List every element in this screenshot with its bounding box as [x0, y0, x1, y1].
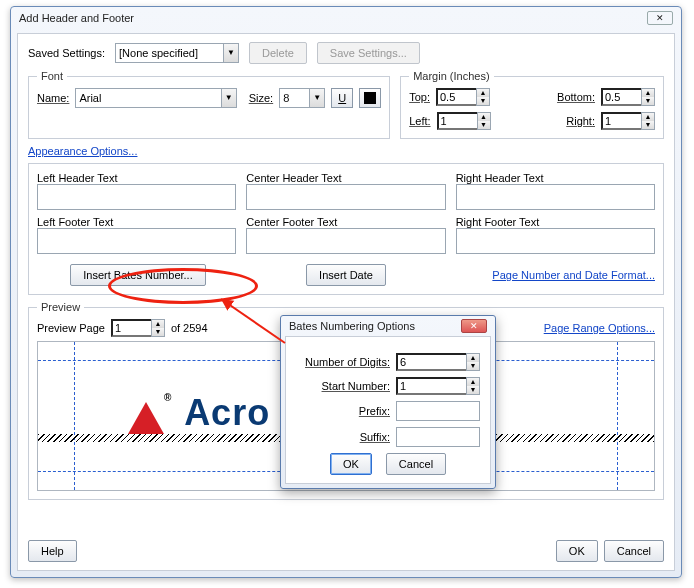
main-window: Add Header and Footer ✕ Saved Settings: … — [10, 6, 682, 578]
left-footer-label: Left Footer Text — [37, 216, 236, 228]
font-name-combo[interactable]: ▼ — [75, 88, 236, 108]
preview-legend: Preview — [37, 301, 84, 313]
prefix-label: Prefix: — [359, 405, 390, 417]
start-label: Start Number: — [322, 380, 390, 392]
titlebar: Add Header and Footer ✕ — [11, 7, 681, 29]
margin-legend: Margin (Inches) — [409, 70, 493, 82]
center-footer-label: Center Footer Text — [246, 216, 445, 228]
modal-close-icon[interactable]: ✕ — [461, 319, 487, 333]
insert-bates-button[interactable]: Insert Bates Number... — [70, 264, 205, 286]
insert-date-button[interactable]: Insert Date — [306, 264, 386, 286]
modal-cancel-button[interactable]: Cancel — [386, 453, 446, 475]
chevron-down-icon[interactable]: ▼ — [223, 43, 239, 63]
saved-settings-value[interactable] — [115, 43, 223, 63]
margin-top-label: Top: — [409, 91, 430, 103]
margin-left-spin[interactable]: ▲▼ — [437, 112, 491, 130]
suffix-label: Suffix: — [360, 431, 390, 443]
appearance-options-link[interactable]: Appearance Options... — [28, 145, 137, 157]
client-area: Saved Settings: ▼ Delete Save Settings..… — [17, 33, 675, 571]
page-format-link[interactable]: Page Number and Date Format... — [492, 269, 655, 281]
font-size-label: Size: — [249, 92, 273, 104]
chevron-down-icon[interactable]: ▼ — [221, 88, 237, 108]
text-fields-group: Left Header Text Center Header Text Righ… — [28, 163, 664, 295]
font-size-combo[interactable]: ▼ — [279, 88, 325, 108]
delete-button[interactable]: Delete — [249, 42, 307, 64]
font-name-value[interactable] — [75, 88, 220, 108]
right-header-input[interactable] — [456, 184, 655, 210]
modal-title: Bates Numbering Options — [289, 320, 415, 332]
font-group: Font Name: ▼ Size: ▼ U — [28, 70, 390, 139]
left-footer-input[interactable] — [37, 228, 236, 254]
chevron-down-icon[interactable]: ▼ — [309, 88, 325, 108]
suffix-input[interactable] — [396, 427, 480, 447]
left-header-label: Left Header Text — [37, 172, 236, 184]
saved-settings-combo[interactable]: ▼ — [115, 43, 239, 63]
digits-label: Number of Digits: — [305, 356, 390, 368]
ok-button[interactable]: OK — [556, 540, 598, 562]
margin-left-label: Left: — [409, 115, 430, 127]
prefix-input[interactable] — [396, 401, 480, 421]
adobe-logo-icon — [128, 402, 164, 434]
page-range-link[interactable]: Page Range Options... — [544, 322, 655, 334]
saved-settings-label: Saved Settings: — [28, 47, 105, 59]
right-footer-input[interactable] — [456, 228, 655, 254]
margin-top-spin[interactable]: ▲▼ — [436, 88, 490, 106]
margin-right-label: Right: — [566, 115, 595, 127]
center-header-input[interactable] — [246, 184, 445, 210]
bates-options-dialog: Bates Numbering Options ✕ Number of Digi… — [280, 315, 496, 489]
underline-icon[interactable]: U — [331, 88, 353, 108]
center-footer-input[interactable] — [246, 228, 445, 254]
margin-bottom-label: Bottom: — [557, 91, 595, 103]
margin-group: Margin (Inches) Top: ▲▼ Bottom: ▲▼ Left:… — [400, 70, 664, 139]
font-size-value[interactable] — [279, 88, 309, 108]
window-title: Add Header and Footer — [19, 12, 134, 24]
right-footer-label: Right Footer Text — [456, 216, 655, 228]
preview-of-text: of 2594 — [171, 322, 208, 334]
margin-bottom-spin[interactable]: ▲▼ — [601, 88, 655, 106]
modal-ok-button[interactable]: OK — [330, 453, 372, 475]
digits-spin[interactable]: ▲▼ — [396, 353, 480, 371]
preview-page-spin[interactable]: ▲▼ — [111, 319, 165, 337]
font-name-label: Name: — [37, 92, 69, 104]
center-header-label: Center Header Text — [246, 172, 445, 184]
close-icon[interactable]: ✕ — [647, 11, 673, 25]
help-button[interactable]: Help — [28, 540, 77, 562]
margin-right-spin[interactable]: ▲▼ — [601, 112, 655, 130]
font-legend: Font — [37, 70, 67, 82]
right-header-label: Right Header Text — [456, 172, 655, 184]
preview-page-label: Preview Page — [37, 322, 105, 334]
start-spin[interactable]: ▲▼ — [396, 377, 480, 395]
left-header-input[interactable] — [37, 184, 236, 210]
save-settings-button[interactable]: Save Settings... — [317, 42, 420, 64]
cancel-button[interactable]: Cancel — [604, 540, 664, 562]
font-color-button[interactable] — [359, 88, 381, 108]
